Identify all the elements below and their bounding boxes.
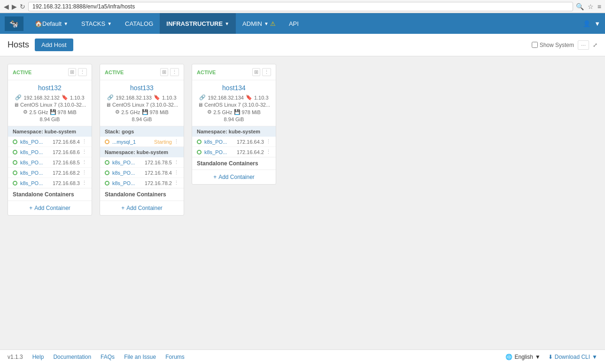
host133-version: 1.10.3 (162, 95, 177, 101)
admin-caret: ▼ (264, 21, 269, 26)
container-row[interactable]: k8s_PO... 172.16.78.4 ⋮ (100, 168, 184, 178)
search-icon[interactable]: 🔍 (576, 3, 584, 10)
nav-admin[interactable]: ADMIN ▼ ⚠ (236, 13, 282, 34)
container-row[interactable]: k8s_PO... 172.16.68.3 ⋮ (8, 178, 92, 188)
default-caret: ▼ (63, 21, 68, 26)
host134-meta: 🔗 192.168.32.134 🔖 1.10.3 (197, 94, 271, 101)
container-name[interactable]: k8s_PO... (112, 180, 145, 186)
page-title: Hosts (8, 40, 29, 50)
user-icon[interactable]: 👤 (583, 20, 590, 27)
container-name[interactable]: k8s_PO... (204, 139, 237, 145)
host133-ip: 192.168.32.133 (116, 95, 151, 101)
host132-controls: ⊞ ⋮ (68, 68, 87, 76)
container-status-icon (105, 160, 109, 165)
container-row[interactable]: k8s_PO... 172.16.78.2 ⋮ (100, 178, 184, 188)
container-row[interactable]: k8s_PO... 172.16.78.5 ⋮ (100, 157, 184, 168)
container-row[interactable]: k8s_PO... 172.16.68.4 ⋮ (8, 137, 92, 147)
os-icon: 🖥 (198, 102, 203, 108)
host132-disk: 8.94 GiB (40, 116, 60, 122)
host134-controls: ⊞ ⋮ (252, 68, 271, 76)
container-row[interactable]: k8s_PO... 172.16.68.5 ⋮ (8, 157, 92, 168)
header-dots-button[interactable]: ··· (578, 40, 589, 50)
plus-icon: + (29, 205, 32, 211)
host134-ip: 192.168.32.134 (208, 95, 243, 101)
container-status-icon (105, 181, 109, 186)
container-menu-btn[interactable]: ⋮ (174, 139, 179, 145)
nav-stacks[interactable]: STACKS ▼ (75, 13, 118, 34)
container-name[interactable]: ...mysql_1 (112, 139, 152, 145)
container-status-icon (13, 170, 17, 175)
container-status-icon (13, 160, 17, 165)
host134-name[interactable]: host134 (197, 84, 271, 92)
container-name[interactable]: k8s_PO... (204, 149, 237, 155)
host133-menu-btn[interactable]: ⋮ (170, 68, 179, 76)
container-menu-btn[interactable]: ⋮ (82, 139, 87, 145)
container-name[interactable]: k8s_PO... (20, 139, 53, 145)
host-card-host134: ACTIVE ⊞ ⋮ host134 🔗 192.168.32.134 🔖 1.… (192, 64, 276, 185)
add-container-button[interactable]: +Add Container (8, 201, 92, 215)
container-name[interactable]: k8s_PO... (20, 170, 53, 176)
host132-meta: 🔗 192.168.32.132 🔖 1.10.3 (13, 94, 87, 101)
url-bar[interactable]: 192.168.32.131:8888/env/1a5/infra/hosts (28, 2, 573, 11)
resize-icon[interactable]: ⤢ (593, 42, 597, 48)
container-name[interactable]: k8s_PO... (20, 180, 53, 186)
container-row[interactable]: k8s_PO... 172.16.68.2 ⋮ (8, 168, 92, 178)
nav-infrastructure-label: INFRASTRUCTURE (166, 20, 223, 27)
container-row[interactable]: k8s_PO... 172.16.68.6 ⋮ (8, 147, 92, 157)
container-status-icon (197, 150, 202, 155)
container-menu-btn[interactable]: ⋮ (82, 149, 87, 155)
nav-api[interactable]: API (282, 13, 305, 34)
host134-menu-btn[interactable]: ⋮ (262, 68, 271, 76)
menu-icon[interactable]: ≡ (597, 3, 601, 10)
os-icon: 🖥 (14, 102, 19, 108)
logo[interactable]: 🐄 (5, 16, 23, 31)
container-menu-btn[interactable]: ⋮ (266, 139, 271, 145)
user-caret[interactable]: ▼ (594, 20, 600, 27)
show-system-label[interactable]: Show System (532, 42, 574, 48)
show-system-checkbox[interactable] (532, 42, 538, 48)
host-card-host132: ACTIVE ⊞ ⋮ host132 🔗 192.168.32.132 🔖 1.… (8, 64, 92, 216)
container-menu-btn[interactable]: ⋮ (174, 180, 179, 186)
host132-menu-btn[interactable]: ⋮ (78, 68, 87, 76)
container-row[interactable]: k8s_PO... 172.16.64.3 ⋮ (192, 137, 276, 147)
host133-standalone-2: Standalone Containers+Add Container (100, 188, 184, 215)
nav-infrastructure[interactable]: INFRASTRUCTURE ▼ (160, 13, 236, 34)
add-container-button[interactable]: +Add Container (192, 170, 276, 184)
container-menu-btn[interactable]: ⋮ (174, 159, 179, 165)
container-ip: 172.16.68.3 (53, 180, 80, 186)
add-container-button[interactable]: +Add Container (100, 201, 184, 215)
host132-name[interactable]: host132 (13, 84, 87, 92)
container-name[interactable]: k8s_PO... (20, 149, 53, 155)
host133-cpu: 2.5 GHz (121, 109, 140, 115)
host133-namespace-1: Namespace: kube-system k8s_PO... 172.16.… (100, 147, 184, 188)
container-name[interactable]: k8s_PO... (112, 160, 145, 165)
host134-header: ACTIVE ⊞ ⋮ (192, 64, 276, 80)
container-menu-btn[interactable]: ⋮ (266, 149, 271, 155)
host133-grid-btn[interactable]: ⊞ (160, 68, 168, 76)
host134-disk: 8.94 GiB (224, 116, 244, 122)
container-row[interactable]: ...mysql_1 Starting ⋮ (100, 137, 184, 147)
host134-grid-btn[interactable]: ⊞ (252, 68, 260, 76)
nav-default-label: Default (42, 20, 62, 27)
host132-resources: ⚙ 2.5 GHz 💾 978 MiB 8.94 GiB (13, 109, 87, 122)
container-name[interactable]: k8s_PO... (20, 160, 53, 165)
refresh-button[interactable]: ↻ (20, 3, 25, 10)
bookmark-icon[interactable]: ☆ (588, 3, 594, 10)
container-menu-btn[interactable]: ⋮ (82, 159, 87, 165)
container-menu-btn[interactable]: ⋮ (82, 170, 87, 176)
forward-button[interactable]: ▶ (12, 3, 17, 10)
container-menu-btn[interactable]: ⋮ (82, 180, 87, 186)
host132-grid-btn[interactable]: ⊞ (68, 68, 76, 76)
host133-name[interactable]: host133 (105, 84, 179, 92)
nav-catalog[interactable]: CATALOG (118, 13, 160, 34)
host134-os: 🖥 CentOS Linux 7 (3.10.0-32... (197, 102, 271, 108)
nav-default[interactable]: 🏠 Default ▼ (28, 13, 75, 34)
container-row[interactable]: k8s_PO... 172.16.64.2 ⋮ (192, 147, 276, 157)
nav-api-label: API (289, 20, 299, 27)
add-host-button[interactable]: Add Host (35, 39, 73, 51)
back-button[interactable]: ◀ (4, 3, 9, 10)
container-name[interactable]: k8s_PO... (112, 170, 145, 176)
container-ip: 172.16.64.3 (237, 139, 264, 145)
version-icon: 🔖 (154, 94, 160, 101)
container-menu-btn[interactable]: ⋮ (174, 170, 179, 176)
